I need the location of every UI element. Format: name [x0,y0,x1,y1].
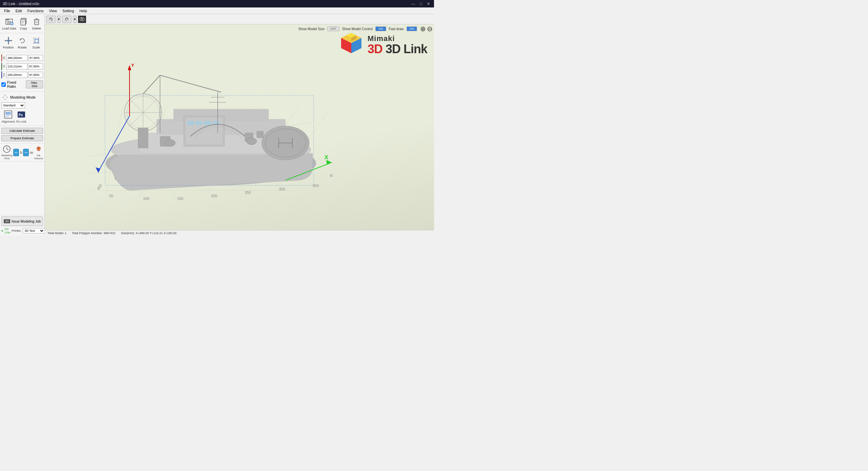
svg-point-111 [246,138,257,145]
logo-link-text: 3D Link [386,42,427,56]
3d-viewport[interactable]: Mimaki 3D 3D Link [45,24,434,230]
x-dim-row: X: [1,54,43,62]
menu-help[interactable]: Help [77,8,90,13]
svg-text:X: X [324,155,328,160]
issue-job-label: Issue Modeling Job [12,220,41,223]
issue-modeling-job-button[interactable]: 3D Issue Modeling Job [1,217,43,226]
zoom-out-button[interactable]: ⊖ [427,26,433,32]
svg-marker-119 [326,160,332,164]
zoom-in-button[interactable]: ⊕ [420,26,426,32]
time-section: Modeling Time -- h -- m Ink Volume [0,144,44,162]
svg-rect-98 [187,121,194,125]
y-value-input[interactable] [6,63,27,69]
y-dim-row: Y: [1,63,43,70]
total-model: Total Model: 1 [47,231,66,235]
svg-marker-27 [20,39,21,40]
x-value-input[interactable] [6,55,27,61]
logo-3d-text: 3D [368,42,386,56]
redo-dropdown[interactable]: ▾ [73,16,77,23]
camera-button[interactable] [78,16,86,23]
fast-draw-label: Fast draw [389,27,404,31]
show-model-size-off-button[interactable]: OFF [327,26,339,31]
svg-text:150: 150 [177,197,183,201]
svg-rect-109 [257,131,263,138]
mode-tools: Alignment Ps Ps Link [1,110,43,123]
svg-marker-23 [4,40,6,41]
menu-functions[interactable]: Functions [25,8,46,13]
svg-marker-116 [128,65,131,70]
z-pct-input[interactable] [28,72,43,78]
fixed-ratio-label: Fixed Ratio [7,80,24,88]
menu-view[interactable]: View [46,8,60,13]
svg-rect-100 [204,121,211,125]
svg-rect-36 [5,114,11,115]
ink-volume-button[interactable]: Ink Volume [34,145,43,160]
svg-text:400: 400 [330,173,333,178]
printer-select[interactable]: 3D Test 3D Printer 1 [23,228,45,233]
close-btn[interactable]: ✕ [426,2,431,6]
status-bar: Total Model: 1 Total Polygon Number: 480… [45,230,434,236]
load-data-button[interactable]: Load Data [1,16,17,31]
y-pct-input[interactable] [28,63,43,69]
y-axis-icon [1,63,2,70]
y-label: Y: [3,65,6,68]
ink-volume-label: Ink Volume [34,154,43,160]
rotate-label: Rotate [18,46,27,49]
show-model-size-label: Show Model Size [298,27,324,31]
redo-button[interactable] [62,16,72,23]
ship-model-svg: 450 400 350 300 250 200 50 100 150 200 2… [55,38,333,207]
svg-point-110 [165,140,175,146]
window-controls[interactable]: — □ ✕ [410,2,431,6]
minutes-display: -- [23,149,29,156]
z-value-input[interactable] [6,72,27,78]
menu-setting[interactable]: Setting [60,8,77,13]
ps-link-button[interactable]: Ps Ps Link [16,110,26,123]
calculate-estimate-button[interactable]: Calculate Estimate [1,128,43,134]
svg-rect-99 [196,121,202,125]
total-polygon: Total Polygon Number: 4807422 [72,231,116,235]
fixed-ratio-checkbox[interactable] [1,82,6,87]
rotate-button[interactable]: Rotate [16,35,29,50]
alignment-button[interactable]: Alignment [1,110,15,123]
fixed-ratio-row: Fixed Ratio Max. Size [1,80,43,89]
max-size-button[interactable]: Max. Size [26,80,43,88]
undo-dropdown[interactable]: ▾ [57,16,61,23]
modeling-time-button[interactable]: Modeling Time [1,145,12,160]
svg-line-92 [143,75,160,94]
undo-button[interactable] [46,16,56,23]
online-indicator: ● [1,229,3,232]
app-title: 3D Link - Untitled.m3c [3,2,39,6]
size-info: Size(mm): X=490.00 Y=110.21 Z=190.00 [121,231,177,235]
fast-draw-on-button[interactable]: ON [407,26,417,31]
modeling-mode-select[interactable]: Standard Fine Draft [1,102,25,108]
position-label: Position [3,46,14,49]
svg-marker-21 [8,37,9,38]
svg-point-48 [81,19,83,20]
viewport-area: ▾ ▾ Show Model Size OFF Show Model Contr… [45,14,434,236]
menu-file[interactable]: File [1,8,13,13]
show-model-control-on-button[interactable]: ON [375,26,386,31]
position-button[interactable]: Position [2,35,15,50]
rotate-icon [18,36,27,45]
scale-button[interactable]: Scale [30,35,43,50]
x-pct-input[interactable] [28,55,43,61]
mimaki-cube-logo [338,31,365,58]
z-dim-row: Z: [1,71,43,79]
mode-row: Modeling Mode [1,94,43,101]
copy-icon [19,17,28,26]
menu-edit[interactable]: Edit [13,8,25,13]
x-axis-icon [1,54,2,62]
left-sections: Load Data Copy [0,14,44,215]
printer-row: ● On Line Printer: 3D Test 3D Printer 1 [1,227,43,234]
copy-button[interactable]: Copy [17,16,30,31]
prepare-estimate-button[interactable]: Prepare Estimate [1,135,43,141]
svg-marker-46 [67,18,68,20]
maximize-btn[interactable]: □ [418,2,423,6]
x-label: X: [3,56,6,60]
minimize-btn[interactable]: — [410,2,416,6]
estimate-section: Calculate Estimate Prepare Estimate [0,126,44,144]
menu-bar: File Edit Functions View Setting Help [0,7,434,14]
delete-button[interactable]: Delete [30,16,43,31]
main-layout: Load Data Copy [0,14,434,236]
svg-rect-95 [138,128,148,148]
